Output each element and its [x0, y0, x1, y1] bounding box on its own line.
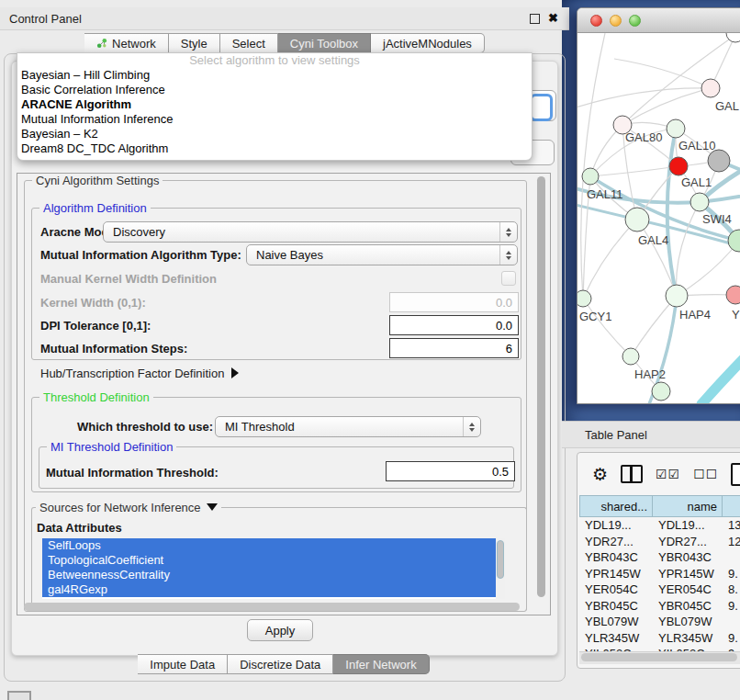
table-cell: YBL079W: [653, 614, 723, 630]
column-header[interactable]: shared...: [579, 495, 653, 517]
list-scrollbar[interactable]: [496, 538, 505, 599]
table-hscrollbar[interactable]: [581, 653, 737, 661]
network-node[interactable]: [582, 168, 599, 185]
node-label: HAP2: [634, 367, 666, 381]
tab[interactable]: Discretize Data: [228, 654, 333, 674]
kernel-width-input[interactable]: 0.0: [389, 292, 519, 312]
mi-algorithm-type-select[interactable]: Naive Bayes: [246, 244, 518, 265]
mi-threshold-input[interactable]: 0.5: [386, 461, 515, 481]
deselect-all-icon[interactable]: ☐☐: [693, 467, 718, 481]
table-row[interactable]: YPR145WYPR145W9.: [579, 566, 740, 582]
minimize-traffic-light-icon[interactable]: [610, 15, 622, 27]
node-label: GAL4: [638, 233, 668, 247]
dropdown-option[interactable]: Mutual Information Inference: [17, 112, 532, 127]
node-label: SWI4: [702, 212, 732, 226]
select-all-icon[interactable]: ☑☑: [656, 467, 680, 481]
table-row[interactable]: YBR045CYBR045C9.: [579, 598, 740, 615]
column-header[interactable]: A: [723, 495, 740, 517]
network-node[interactable]: [577, 290, 591, 307]
network-node[interactable]: [669, 157, 688, 175]
network-edge[interactable]: [583, 220, 637, 299]
node-label: GAL1: [681, 175, 712, 189]
threshold-type-select[interactable]: MI Threshold: [215, 416, 481, 437]
dpi-tolerance-input[interactable]: 0.0: [389, 315, 519, 335]
apply-button[interactable]: Apply: [247, 619, 313, 641]
dropdown-option[interactable]: Bayesian – K2: [17, 127, 532, 141]
table-row[interactable]: YBL079WYBL079W: [579, 614, 740, 630]
table-cell: YBR045C: [579, 598, 653, 615]
node-label: GAL80: [625, 130, 662, 144]
vertical-scrollbar[interactable]: [537, 176, 545, 597]
horizontal-scrollbar[interactable]: [24, 603, 520, 611]
dropdown-option[interactable]: Basic Correlation Inference: [17, 83, 532, 97]
dropdown-option[interactable]: ARACNE Algorithm: [17, 97, 532, 112]
export-table-icon[interactable]: [731, 463, 740, 486]
network-node[interactable]: [652, 382, 670, 401]
aracne-mode-select[interactable]: Discovery: [103, 221, 518, 243]
list-item[interactable]: gal4RGexp: [42, 582, 505, 597]
manual-kernel-label: Manual Kernel Width Definition: [40, 272, 217, 286]
network-node[interactable]: [622, 348, 639, 365]
tab-label: Select: [232, 37, 265, 51]
tab[interactable]: Network: [84, 33, 169, 53]
network-canvas[interactable]: GALGAL80GAL10GAL1GAL11SWI4GAL4GCY1HAP4YH…: [577, 33, 740, 404]
table-cell: YER054C: [653, 581, 723, 598]
table-row[interactable]: YLR345WYLR345W9.: [579, 630, 740, 647]
table-row[interactable]: YER054CYER054C8.: [579, 581, 740, 598]
dropdown-options: Bayesian – Hill Climbing Basic Correlati…: [17, 68, 532, 156]
input-value: 0.5: [492, 465, 509, 479]
dpi-tolerance-label: DPI Tolerance [0,1]:: [40, 319, 151, 333]
network-node[interactable]: [667, 119, 685, 138]
column-header[interactable]: name: [653, 495, 723, 517]
tab-label: Discretize Data: [240, 658, 320, 672]
list-item[interactable]: TopologicalCoefficient: [42, 553, 505, 568]
mi-steps-input[interactable]: 6: [389, 338, 519, 358]
tab[interactable]: Impute Data: [138, 654, 228, 674]
group-title: Threshold Definition: [39, 390, 153, 404]
network-node[interactable]: [666, 285, 688, 307]
network-node[interactable]: [625, 208, 649, 231]
table-row[interactable]: YDL19...YDL19...13: [579, 517, 740, 534]
dropdown-option[interactable]: Dream8 DC_TDC Algorithm: [17, 141, 532, 156]
network-window-titlebar[interactable]: [577, 8, 740, 33]
network-edge[interactable]: [677, 202, 700, 296]
control-panel-titlebar: Control Panel ✖: [0, 7, 569, 30]
float-window-icon[interactable]: [530, 14, 540, 24]
tab[interactable]: Style: [169, 33, 220, 53]
dock-widget[interactable]: [7, 691, 31, 700]
tab[interactable]: Infer Network: [333, 654, 429, 674]
manual-kernel-checkbox[interactable]: [501, 271, 516, 286]
mi-algorithm-type-label: Mutual Information Algorithm Type:: [40, 248, 241, 262]
table-cell: YBR043C: [579, 549, 653, 566]
table-row[interactable]: YDR27...YDR27...12: [579, 534, 740, 550]
hub-definition-toggle[interactable]: Hub/Transcription Factor Definition: [40, 367, 239, 380]
close-icon[interactable]: ✖: [548, 14, 558, 23]
network-edge[interactable]: [667, 129, 677, 296]
network-node[interactable]: [701, 79, 720, 97]
tab[interactable]: jActiveMNodules: [371, 33, 485, 53]
network-edge[interactable]: [583, 299, 631, 356]
gear-icon[interactable]: ⚙: [592, 466, 608, 483]
split-columns-icon[interactable]: [621, 465, 643, 483]
network-node[interactable]: [726, 286, 740, 304]
sources-group-title[interactable]: Sources for Network Inference: [36, 501, 221, 514]
tab-label: jActiveMNodules: [383, 37, 472, 51]
tab[interactable]: Select: [220, 33, 278, 53]
table-rows: YDL19...YDL19...13YDR27...YDR27...12YBR0…: [579, 517, 740, 653]
network-edge[interactable]: [701, 336, 740, 404]
network-node[interactable]: [690, 193, 709, 211]
tab[interactable]: Cyni Toolbox: [278, 33, 371, 53]
zoom-traffic-light-icon[interactable]: [629, 15, 641, 27]
tab-label: Cyni Toolbox: [290, 37, 358, 51]
data-attributes-list[interactable]: SelfLoops TopologicalCoefficient Between…: [42, 538, 505, 599]
network-node[interactable]: [726, 33, 740, 42]
dropdown-option[interactable]: Bayesian – Hill Climbing: [17, 68, 532, 83]
table-row[interactable]: YBR043CYBR043C: [579, 549, 740, 566]
list-item[interactable]: BetweennessCentrality: [42, 568, 505, 582]
panel-title: Table Panel: [562, 428, 647, 442]
network-edge[interactable]: [590, 166, 678, 176]
network-node[interactable]: [708, 150, 730, 172]
list-item[interactable]: SelfLoops: [42, 538, 505, 553]
input-value: 6: [506, 342, 512, 356]
close-traffic-light-icon[interactable]: [590, 15, 602, 27]
